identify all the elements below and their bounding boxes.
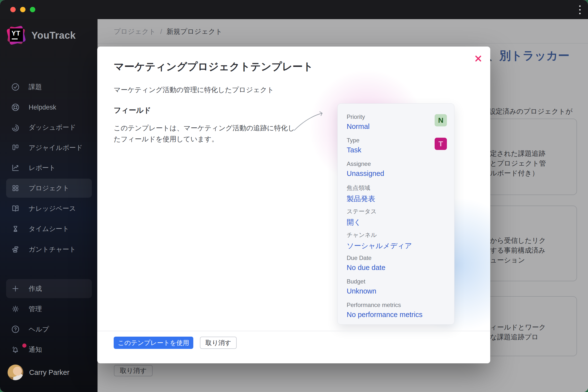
field-due-date: Due Date No due date — [347, 254, 386, 272]
issues-check-icon — [11, 82, 20, 92]
template-fields-card: Priority Normal N Type Task T Assignee U… — [337, 104, 454, 324]
sidebar-item-help[interactable]: ヘルプ — [6, 320, 92, 339]
close-window-button[interactable] — [10, 7, 16, 12]
field-performance-metrics-value[interactable]: No performance metrics — [347, 311, 422, 319]
plus-icon — [11, 284, 20, 293]
sidebar-item-dashboards[interactable]: ダッシュボード — [6, 118, 92, 137]
field-channel-value[interactable]: ソーシャルメディア — [347, 241, 412, 251]
app-title: YouTrack — [31, 30, 76, 41]
sidebar-item-reports[interactable]: レポート — [6, 158, 92, 178]
field-channel: チャンネル ソーシャルメディア — [347, 231, 412, 251]
sidebar: YT YouTrack 課題 Helpdesk ダッシュボード — [0, 19, 98, 392]
field-priority-value[interactable]: Normal — [347, 122, 370, 130]
gantt-bars-icon — [11, 245, 20, 254]
kebab-menu-icon[interactable] — [579, 6, 581, 14]
field-focus-area: 焦点領域 製品発表 — [347, 184, 375, 204]
type-task-badge: T — [435, 138, 447, 150]
timesheet-hourglass-icon — [11, 224, 20, 233]
sidebar-item-projects[interactable]: プロジェクト — [6, 178, 92, 198]
bell-icon — [11, 345, 20, 354]
sidebar-item-knowledge-base[interactable]: ナレッジベース — [6, 199, 92, 218]
field-due-date-value[interactable]: No due date — [347, 264, 386, 272]
sidebar-item-issues[interactable]: 課題 — [6, 78, 92, 96]
sidebar-user-profile[interactable]: Carry Parker — [6, 363, 92, 382]
field-status-value[interactable]: 開く — [347, 218, 376, 227]
zoom-window-button[interactable] — [30, 7, 35, 12]
use-template-button[interactable]: このテンプレートを使用 — [114, 337, 193, 349]
app-window: YT YouTrack 課題 Helpdesk ダッシュボード — [0, 0, 588, 392]
curved-arrow-icon — [293, 111, 326, 132]
gear-icon — [11, 304, 20, 313]
field-focus-area-value[interactable]: 製品発表 — [347, 194, 375, 204]
field-assignee-value[interactable]: Unassigned — [347, 170, 384, 178]
knowledge-base-book-icon — [11, 204, 20, 213]
field-priority: Priority Normal — [347, 114, 370, 130]
field-type: Type Task — [347, 137, 362, 154]
sidebar-collapse-button[interactable]: 折りたたむ — [6, 386, 92, 392]
sidebar-item-timesheets[interactable]: タイムシート — [6, 219, 92, 238]
youtrack-logo-icon: YT — [6, 26, 26, 45]
field-performance-metrics: Performance metrics No performance metri… — [347, 302, 422, 319]
user-avatar — [8, 364, 23, 380]
youtrack-logo[interactable]: YT YouTrack — [6, 26, 76, 45]
sidebar-item-notifications[interactable]: 通知 — [6, 340, 92, 359]
projects-grid-icon — [11, 184, 20, 192]
priority-normal-badge: N — [435, 114, 447, 126]
template-preview-modal: マーケティングプロジェクトテンプレート マーケティング活動の管理に特化したプロジ… — [97, 46, 490, 363]
modal-subtitle: マーケティング活動の管理に特化したプロジェクト — [114, 85, 274, 94]
help-icon — [11, 325, 20, 334]
modal-title: マーケティングプロジェクトテンプレート — [114, 60, 313, 74]
modal-footer-divider — [97, 331, 490, 331]
sidebar-item-gantt-charts[interactable]: ガントチャート — [6, 240, 92, 259]
sidebar-create-button[interactable]: 作成 — [6, 279, 92, 298]
field-status: ステータス 開く — [347, 208, 376, 227]
fields-description: このテンプレートは、マーケティング活動の追跡に特化し たフィールドを使用していま… — [114, 122, 295, 144]
field-budget-value[interactable]: Unknown — [347, 287, 376, 295]
minimize-window-button[interactable] — [20, 7, 26, 12]
sidebar-item-administration[interactable]: 管理 — [6, 300, 92, 318]
user-name: Carry Parker — [29, 368, 69, 376]
notification-badge-dot — [22, 344, 26, 348]
cancel-button[interactable]: 取り消す — [200, 337, 237, 349]
agile-board-icon — [11, 143, 20, 152]
field-type-value[interactable]: Task — [347, 146, 362, 154]
field-assignee: Assignee Unassigned — [347, 160, 384, 178]
sidebar-item-agile-boards[interactable]: アジャイルボード — [6, 138, 92, 157]
helpdesk-lifebuoy-icon — [11, 103, 20, 112]
title-bar — [0, 0, 588, 19]
sidebar-item-helpdesk[interactable]: Helpdesk — [6, 98, 92, 117]
dashboard-arcs-icon — [11, 123, 20, 132]
reports-chart-icon — [11, 164, 20, 172]
field-budget: Budget Unknown — [347, 278, 376, 295]
fields-section-heading: フィールド — [114, 105, 151, 116]
close-icon[interactable] — [474, 54, 483, 63]
